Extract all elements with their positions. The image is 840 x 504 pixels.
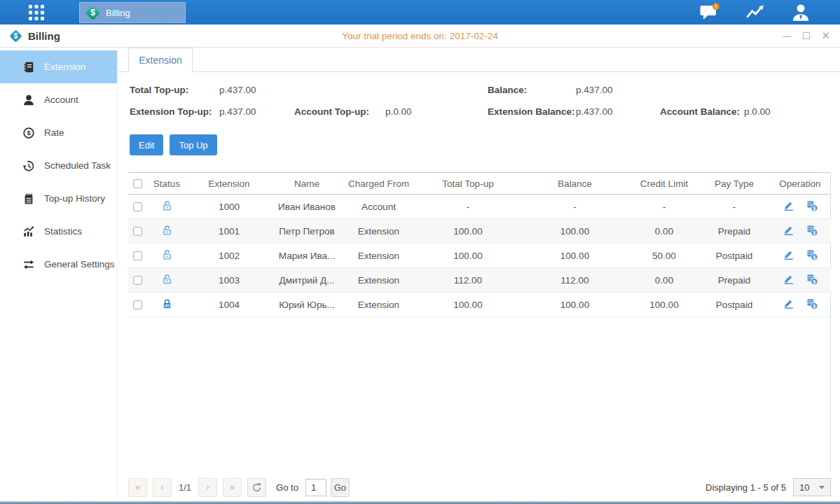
row-checkbox[interactable] [133, 300, 142, 309]
edit-icon[interactable] [783, 224, 794, 238]
minimize-icon[interactable]: — [783, 31, 792, 41]
pagination-bar: « ‹ 1/1 › » Go to Go Displaying 1 - 5 of… [128, 477, 831, 497]
cell-name: Петр Петров [272, 219, 342, 244]
sidebar-item-label: Statistics [44, 226, 82, 237]
chat-icon[interactable]: ! [699, 3, 720, 22]
row-checkbox[interactable] [133, 202, 142, 211]
monitor-icon[interactable] [745, 4, 766, 21]
page-size-value: 10 [799, 482, 809, 493]
sidebar-item-topup-history[interactable]: Top-up History [0, 182, 117, 215]
apps-grid-glyph [27, 4, 46, 22]
edit-button[interactable]: Edit [130, 134, 163, 155]
unlocked-icon [162, 200, 172, 214]
taskbar: $ Billing ! [0, 0, 840, 24]
main-content: Extension Total Top-up: p.437.00 Balance… [118, 48, 840, 501]
row-checkbox[interactable] [133, 251, 142, 260]
table-row: 1001Петр ПетровExtension100.00100.000.00… [128, 219, 831, 244]
cell-charged-from: Extension [342, 293, 415, 317]
topup-icon[interactable]: $ [806, 248, 818, 263]
prev-page-button[interactable]: ‹ [153, 478, 172, 497]
taskbar-tab-label: Billing [106, 8, 130, 18]
col-name: Name [272, 173, 342, 195]
cell-name: Юрий Юрь... [272, 293, 342, 317]
action-buttons: Edit Top Up [130, 134, 840, 155]
user-icon[interactable] [791, 4, 811, 22]
sidebar-item-account[interactable]: Account [0, 83, 117, 116]
col-extension: Extension [186, 173, 272, 195]
window-title-group: $ Billing [10, 30, 60, 42]
col-status: Status [147, 173, 186, 195]
total-topup-label: Total Top-up: [130, 85, 219, 95]
cell-total-topup: - [415, 195, 521, 219]
row-checkbox[interactable] [133, 276, 142, 285]
cell-name: Мария Ива... [272, 244, 342, 268]
edit-icon[interactable] [783, 248, 794, 262]
cell-extension: 1000 [186, 195, 272, 219]
topup-icon[interactable]: $ [806, 273, 818, 288]
sidebar-item-label: Rate [44, 127, 64, 138]
topup-icon[interactable]: $ [806, 200, 818, 214]
window-bottom-edge [0, 501, 840, 504]
cell-credit-limit: 100.00 [629, 293, 699, 317]
svg-text:!: ! [715, 3, 717, 10]
cell-balance: 112.00 [521, 268, 629, 293]
page-size-select[interactable]: 10 [793, 478, 831, 496]
account-balance-label: Account Balance: [660, 106, 744, 117]
sidebar-item-extension[interactable]: Extension [0, 50, 117, 83]
cell-extension: 1004 [186, 293, 272, 317]
cell-credit-limit: 0.00 [629, 268, 699, 293]
cell-balance: 100.00 [521, 293, 629, 317]
account-topup-label: Account Top-up: [294, 106, 385, 117]
col-pay-type: Pay Type [699, 173, 769, 195]
first-page-button[interactable]: « [128, 478, 147, 497]
cell-pay-type: - [699, 195, 769, 219]
cell-charged-from: Extension [342, 268, 415, 293]
chevron-down-icon [819, 486, 825, 489]
sidebar-item-scheduled-task[interactable]: Scheduled Task [0, 149, 117, 182]
cell-total-topup: 100.00 [415, 293, 521, 317]
last-page-button[interactable]: » [223, 478, 242, 497]
taskbar-status-icons: ! [699, 0, 811, 24]
row-checkbox[interactable] [133, 227, 142, 236]
billing-title-diamond-icon: $ [10, 30, 22, 42]
tab-extension[interactable]: Extension [128, 48, 193, 72]
go-button[interactable]: Go [331, 478, 350, 497]
account-topup-value: p.0.00 [385, 106, 488, 117]
select-all-checkbox[interactable] [133, 179, 142, 188]
cell-balance: 100.00 [521, 244, 629, 268]
table-row: 1000Иван ИвановAccount----$ [128, 195, 831, 219]
col-balance: Balance [521, 173, 629, 195]
topup-icon[interactable]: $ [806, 224, 818, 239]
billing-summary: Total Top-up: p.437.00 Balance: p.437.00… [130, 82, 840, 119]
displaying-text: Displaying 1 - 5 of 5 [705, 482, 786, 493]
cell-credit-limit: 0.00 [629, 219, 699, 244]
edit-icon[interactable] [783, 200, 794, 214]
next-page-button[interactable]: › [198, 478, 217, 497]
close-icon[interactable]: ✕ [821, 31, 830, 41]
sidebar-item-statistics[interactable]: Statistics [0, 215, 117, 248]
apps-grid-icon[interactable] [23, 0, 50, 24]
taskbar-tab-billing[interactable]: $ Billing [79, 2, 186, 23]
refresh-button[interactable] [247, 478, 266, 497]
cell-extension: 1003 [186, 268, 272, 293]
edit-icon[interactable] [783, 298, 794, 312]
cell-pay-type: Postpaid [699, 293, 769, 317]
trial-notice: Your trial period ends on: 2017-02-24 [0, 31, 840, 41]
cell-pay-type: Prepaid [699, 268, 769, 293]
top-up-button[interactable]: Top Up [170, 134, 216, 155]
extension-table: Status Extension Name Charged From Total… [128, 172, 831, 317]
col-credit-limit: Credit Limit [629, 173, 699, 195]
sidebar-item-label: Top-up History [44, 193, 105, 204]
dollar-circle-icon: $ [22, 127, 35, 139]
col-total-topup: Total Top-up [415, 173, 521, 195]
goto-page-input[interactable] [305, 479, 326, 496]
account-balance-value: p.0.00 [744, 106, 840, 117]
edit-icon[interactable] [783, 273, 794, 287]
sidebar-item-rate[interactable]: $ Rate [0, 116, 117, 149]
billing-app-window: $ Billing ! [0, 0, 840, 504]
maximize-icon[interactable]: ☐ [802, 31, 811, 41]
cell-credit-limit: - [629, 195, 699, 219]
sidebar-item-general-settings[interactable]: General Settings [0, 248, 117, 281]
topup-icon[interactable]: $ [806, 298, 818, 312]
sidebar-item-label: Scheduled Task [44, 160, 111, 171]
